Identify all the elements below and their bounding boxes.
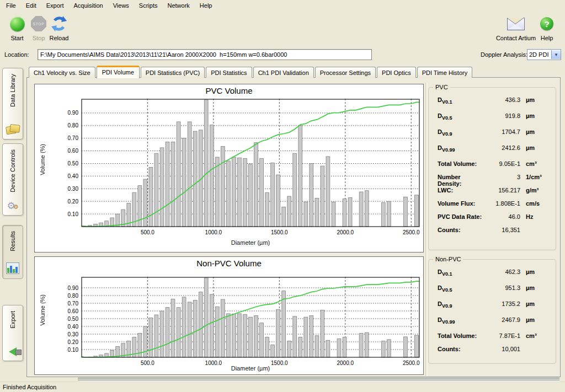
stat-value: 1.808E-1	[486, 200, 520, 207]
stat-label: DV0.1	[438, 96, 486, 105]
svg-text:0.80: 0.80	[68, 122, 79, 128]
stat-value: 1735.2	[486, 300, 520, 307]
tab-processor-settings[interactable]: Processor Settings	[315, 67, 376, 78]
stat-value: 436.3	[486, 96, 520, 103]
stat-value: 9.05E-1	[486, 160, 520, 167]
svg-text:0.40: 0.40	[68, 324, 79, 330]
pvc-chart-title: PVC Volume	[35, 86, 423, 95]
stat-row-total-volume: Total Volume:7.87E-1cm³	[438, 332, 550, 346]
horizontal-splitter[interactable]	[78, 378, 559, 382]
menu-edit[interactable]: Edit	[21, 1, 41, 10]
stat-label: Volume Flux:	[438, 200, 486, 207]
stat-label: Counts:	[438, 227, 486, 233]
stat-label: PVC Data Rate:	[438, 213, 486, 220]
contact-artium-button[interactable]: Contact Artium	[495, 14, 536, 41]
contact-artium-label: Contact Artium	[495, 35, 536, 41]
nonpvc-chart-title: Non-PVC Volume	[35, 259, 423, 268]
svg-text:0.40: 0.40	[68, 173, 79, 179]
pvc-chart-y-axis-label: Volume (%)	[39, 144, 46, 175]
stat-row-lwc: LWC:156.217g/m³	[438, 187, 550, 200]
menu-scripts[interactable]: Scripts	[134, 1, 163, 10]
svg-text:1000.0: 1000.0	[205, 229, 222, 235]
stat-label: Total Volume:	[438, 332, 486, 339]
pvc-volume-chart: PVC Volume Volume (%) 0.100.200.300.400.…	[34, 84, 424, 253]
stat-row-dv0-5: DV0.5951.3µm	[438, 284, 550, 300]
stat-unit: cm³	[520, 160, 550, 167]
stat-label: Counts:	[438, 346, 486, 352]
menu-views[interactable]: Views	[108, 1, 134, 10]
svg-text:0.10: 0.10	[68, 211, 79, 217]
location-label: Location:	[4, 51, 29, 58]
stat-label: Total Volume:	[438, 160, 486, 167]
tab-pdi-optics[interactable]: PDI Optics	[377, 67, 416, 78]
stat-unit: µm	[520, 144, 550, 151]
combo-dropdown-arrow-icon[interactable]: ▼	[551, 50, 561, 59]
sidebar-item-results[interactable]: Results	[2, 225, 23, 279]
reload-icon	[51, 15, 67, 32]
svg-text:0.20: 0.20	[68, 198, 79, 205]
location-field[interactable]: F:\My Documents\AIMS Data\2013\2013\11\2…	[38, 49, 372, 60]
tab-pdi-volume[interactable]: PDI Volume	[97, 66, 140, 78]
svg-text:0.60: 0.60	[68, 308, 79, 314]
nonpvc-stats-group: Non-PVC DV0.1462.3µmDV0.5951.3µmDV0.9173…	[428, 259, 556, 364]
svg-text:0.30: 0.30	[68, 186, 79, 192]
stat-unit: µm	[520, 96, 550, 103]
stat-row-dv0-9: DV0.91704.7µm	[438, 128, 550, 144]
stat-row-dv0-1: DV0.1462.3µm	[438, 269, 550, 284]
help-button[interactable]: ? Help	[534, 14, 559, 41]
pvc-stats-rows: DV0.1436.3µmDV0.5919.8µmDV0.91704.7µmDV0…	[429, 88, 556, 240]
menu-file[interactable]: File	[1, 1, 21, 10]
menu-bar: FileEditExportAcquisitionViewsScriptsNet…	[0, 0, 565, 10]
stat-row-dv0-9: DV0.91735.2µm	[438, 300, 550, 316]
stat-row-dv0-99: DV0.992467.9µm	[438, 316, 550, 332]
nonpvc-stats-rows: DV0.1462.3µmDV0.5951.3µmDV0.91735.2µmDV0…	[429, 260, 556, 359]
stat-value: 1704.7	[486, 128, 520, 135]
tab-pdi-statistics-pvc[interactable]: PDI Statistics (PVC)	[141, 67, 205, 78]
stat-row-counts: Counts:10,001	[438, 346, 550, 359]
stat-label: DV0.99	[438, 316, 486, 325]
svg-text:0.90: 0.90	[68, 285, 79, 291]
tab-pdi-time-history[interactable]: PDI Time History	[417, 67, 473, 78]
stat-label: Number Density:	[438, 174, 486, 187]
svg-text:2000.0: 2000.0	[337, 229, 354, 235]
svg-text:0.70: 0.70	[68, 300, 79, 307]
status-bar: Finished Acquisition	[0, 382, 565, 392]
tab-ch1-velocity-vs-size[interactable]: Ch1 Velocity vs. Size	[29, 67, 95, 78]
sidebar-item-data-library[interactable]: Data Library	[2, 68, 23, 139]
start-icon	[10, 17, 25, 31]
stat-unit: g/m³	[520, 187, 550, 194]
sidebar-label-data-library: Data Library	[9, 74, 16, 107]
doppler-analysis-value: 2D PDI	[527, 51, 551, 58]
menu-help[interactable]: Help	[195, 1, 217, 10]
svg-text:0.50: 0.50	[68, 160, 79, 167]
menu-export[interactable]: Export	[41, 1, 69, 10]
nonpvc-volume-chart: Non-PVC Volume Volume (%) 0.100.200.300.…	[34, 256, 424, 375]
svg-text:2500.0: 2500.0	[403, 229, 420, 235]
sidebar-item-export[interactable]: Export	[2, 305, 23, 361]
svg-text:0.90: 0.90	[68, 110, 79, 116]
stat-unit: Hz	[520, 213, 550, 220]
reload-button[interactable]: Reload	[46, 14, 72, 41]
svg-text:0.60: 0.60	[68, 148, 79, 154]
reload-label: Reload	[46, 35, 72, 41]
menu-acquisition[interactable]: Acquisition	[69, 1, 108, 10]
pvc-chart-x-axis-label: Diameter (µm)	[82, 239, 419, 246]
stop-icon: STOP	[31, 16, 46, 31]
app-window: FileEditExportAcquisitionViewsScriptsNet…	[0, 0, 565, 392]
doppler-analysis-select[interactable]: 2D PDI ▼	[527, 49, 561, 60]
sidebar-item-device-controls[interactable]: Device Controls ⚙⚙	[2, 143, 23, 216]
stat-value: 156.217	[486, 187, 520, 194]
menu-network[interactable]: Network	[162, 1, 194, 10]
status-text: Finished Acquisition	[3, 384, 56, 390]
tab-pdi-statistics[interactable]: PDI Statistics	[206, 67, 252, 78]
tab-ch1-pdi-validation[interactable]: Ch1 PDI Validation	[253, 67, 314, 78]
stat-value: 919.8	[486, 112, 520, 119]
stat-label: DV0.5	[438, 284, 486, 293]
doppler-analysis-label: Doppler Analysis:	[481, 51, 527, 58]
stat-unit: µm	[520, 316, 550, 323]
svg-text:0.50: 0.50	[68, 316, 79, 322]
sidebar-label-results: Results	[9, 231, 16, 251]
stat-value: 10,001	[486, 346, 520, 352]
stat-label: LWC:	[438, 187, 486, 194]
help-icon: ?	[540, 17, 553, 30]
